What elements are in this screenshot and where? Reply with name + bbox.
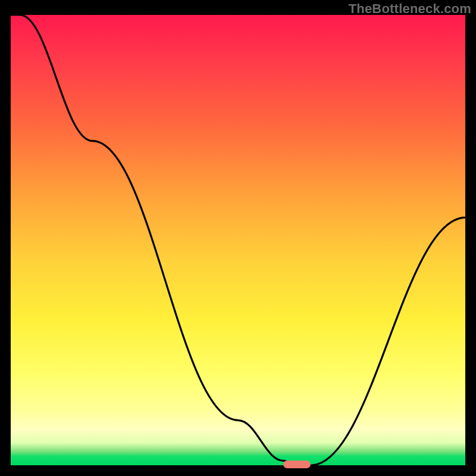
bottleneck-curve: [11, 15, 465, 465]
plot-area: [11, 15, 465, 465]
chart-frame: TheBottleneck.com: [0, 0, 476, 476]
optimal-marker: [283, 461, 311, 468]
curve-path: [11, 15, 465, 465]
